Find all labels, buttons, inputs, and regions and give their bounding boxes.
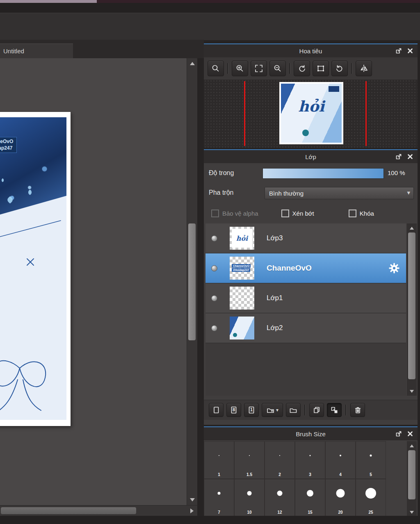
checkbox-protect-alpha[interactable]: Bảo vệ alpha: [211, 210, 258, 217]
scroll-down-button[interactable]: [187, 496, 197, 504]
checkbox-box[interactable]: [281, 210, 289, 217]
canvas-artwork: ChanneOvO #Hoidap247: [0, 112, 71, 426]
layers-panel: Lớp Độ trong 100 % Pha trộn Bình thường …: [204, 149, 418, 425]
merge-layer-button[interactable]: [327, 403, 342, 417]
duplicate-layer-button[interactable]: [309, 403, 324, 417]
scroll-down-button[interactable]: [407, 387, 417, 395]
scroll-right-button[interactable]: [187, 506, 196, 516]
brush-dot: [310, 455, 311, 456]
navigator-header: Hoa tiêu: [204, 44, 418, 57]
brush-dot: [249, 455, 250, 456]
scroll-up-button[interactable]: [187, 59, 197, 68]
popout-panel-icon[interactable]: [395, 430, 403, 437]
visibility-dot-icon[interactable]: [211, 265, 217, 271]
close-panel-icon[interactable]: [406, 153, 414, 160]
brush-scroll-thumb[interactable]: [408, 450, 415, 499]
brush-dot: [336, 489, 345, 498]
brush-grid-scrollbar[interactable]: [407, 441, 417, 517]
layer-name: Lớp3: [267, 234, 283, 242]
brush-size-cell[interactable]: 5: [356, 441, 386, 479]
arrow-down-icon: [190, 498, 195, 501]
brush-size-cell[interactable]: 7: [204, 479, 234, 517]
brush-size-label: 7: [204, 510, 234, 515]
checkbox-lock[interactable]: Khóa: [349, 210, 374, 217]
zoom-in-button[interactable]: [232, 61, 248, 76]
brush-size-cell[interactable]: 25: [356, 479, 386, 517]
checkbox-box[interactable]: [211, 210, 219, 217]
visibility-dot-icon[interactable]: [211, 295, 217, 301]
canvas-viewport[interactable]: ChanneOvO #Hoidap247: [0, 58, 187, 505]
toolbar-separator: [227, 63, 228, 74]
brush-size-cell[interactable]: 15: [295, 479, 325, 517]
opacity-slider[interactable]: [262, 168, 384, 179]
brush-size-cell[interactable]: 2: [265, 441, 295, 479]
scroll-up-button[interactable]: [407, 224, 417, 232]
thumb-watermark-line1: ChanneOvO: [232, 264, 251, 268]
new-8bit-layer-button[interactable]: 8: [226, 403, 241, 417]
zoom-actual-button[interactable]: [208, 61, 224, 76]
chevron-down-icon: ▾: [407, 189, 410, 196]
canvas-hscrollbar[interactable]: [0, 505, 197, 516]
new-1bit-layer-button[interactable]: 1: [244, 403, 259, 417]
thumb-caption: hỏi: [232, 229, 252, 248]
artwork-line-sketch: [0, 117, 66, 420]
layer-row-lop3[interactable]: hỏi Lớp3: [205, 223, 406, 253]
brush-size-title: Brush Size: [296, 431, 326, 437]
rotate-ccw-button[interactable]: [294, 61, 310, 76]
tab-untitled[interactable]: Untitled: [0, 43, 73, 58]
brush-size-cell[interactable]: 20: [325, 479, 356, 517]
zoom-out-icon: [273, 64, 282, 73]
new-layer-button[interactable]: [209, 403, 224, 417]
brush-size-cell[interactable]: 4: [325, 441, 356, 479]
navigator-title: Hoa tiêu: [299, 48, 322, 55]
brush-size-cell[interactable]: 1.5: [234, 441, 265, 479]
flip-horizontal-button[interactable]: [356, 61, 372, 76]
brush-size-label: 10: [235, 510, 264, 515]
brush-dot: [279, 455, 280, 456]
layer-settings-gear-icon[interactable]: [388, 262, 400, 274]
zoom-out-button[interactable]: [269, 61, 286, 76]
brush-size-cell[interactable]: 3: [295, 441, 325, 479]
navigator-preview[interactable]: hỏi: [204, 80, 418, 148]
hscroll-thumb[interactable]: [1, 507, 136, 514]
brush-size-cell[interactable]: 10: [234, 479, 265, 517]
navigator-thumbnail: hỏi: [279, 82, 343, 144]
rotate-ccw-icon: [297, 64, 306, 73]
folder-button[interactable]: [286, 403, 301, 417]
toolbar-strip: [0, 13, 420, 40]
brush-size-cell[interactable]: 12: [265, 479, 295, 517]
checkbox-clipping[interactable]: Xén bớt: [281, 210, 314, 217]
close-panel-icon[interactable]: [406, 430, 414, 437]
layers-header: Lớp: [204, 150, 418, 163]
brush-size-cell[interactable]: 1: [204, 441, 234, 479]
layer-row-channeovo[interactable]: ChanneOvO #Hoidap247 ChanneOvO: [205, 253, 406, 283]
popout-panel-icon[interactable]: [395, 153, 403, 160]
zoom-in-icon: [235, 64, 244, 73]
scroll-up-button[interactable]: [407, 442, 417, 449]
layer-list: hỏi Lớp3 ChanneOvO #Hoidap247 ChanneOvO: [205, 223, 406, 396]
bottom-bar: [0, 516, 420, 524]
visibility-dot-icon[interactable]: [211, 235, 217, 241]
new-layer-icon: [212, 406, 220, 414]
checkbox-label: Bảo vệ alpha: [222, 210, 258, 217]
close-panel-icon[interactable]: [406, 47, 414, 55]
canvas-vscrollbar[interactable]: [187, 58, 197, 505]
blend-mode-value: Bình thường: [269, 190, 304, 197]
vscroll-thumb[interactable]: [188, 223, 196, 340]
blend-mode-select[interactable]: Bình thường ▾: [265, 187, 414, 199]
visibility-dot-icon[interactable]: [211, 325, 217, 331]
add-folder-button[interactable]: ▾: [262, 403, 283, 417]
delete-layer-button[interactable]: [350, 403, 365, 417]
frame-view-button[interactable]: [313, 61, 329, 76]
rotate-cw-button[interactable]: [331, 61, 348, 76]
layer-row-lop1[interactable]: Lớp1: [205, 283, 406, 313]
brush-size-label: 5: [356, 472, 386, 477]
layer-list-scrollbar[interactable]: [407, 223, 417, 396]
checkbox-box[interactable]: [349, 210, 356, 217]
popout-panel-icon[interactable]: [395, 47, 403, 55]
list-scroll-thumb[interactable]: [408, 232, 415, 379]
thumb-watermark-chip: [329, 86, 339, 92]
fit-view-button[interactable]: [251, 61, 267, 76]
scroll-down-button[interactable]: [407, 508, 417, 516]
layer-row-lop2[interactable]: Lớp2: [205, 313, 406, 343]
